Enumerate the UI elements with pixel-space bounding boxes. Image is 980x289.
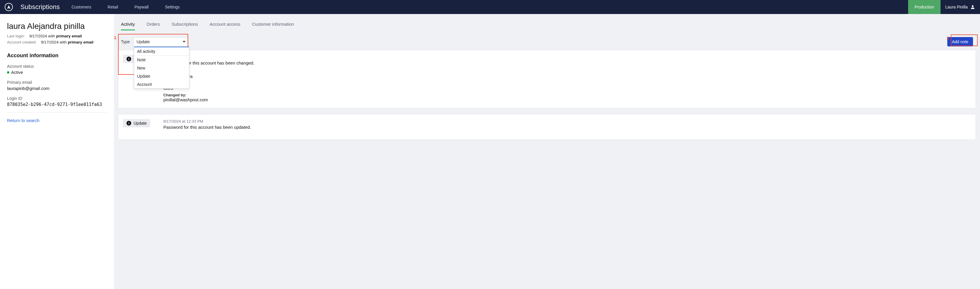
app-logo-glyph-icon [6, 5, 11, 10]
account-status-label: Account status [7, 64, 107, 68]
primary-email-label: Primary email [7, 80, 107, 85]
account-created-row: Account created: 9/17/2024 with primary … [7, 40, 107, 44]
activity-card: i Update 9/17/2024 at 12:33 PM Password … [118, 114, 976, 140]
activity-headline-rest: for this account has been changed. [185, 60, 255, 65]
type-option-note[interactable]: Note [134, 56, 189, 64]
activity-type-text: Update [134, 121, 147, 125]
activity-card: i Update at 12:40 PM information for thi… [118, 50, 976, 108]
main-content: Activity Orders Subscriptions Account ac… [114, 14, 980, 289]
account-status-text: Active [11, 70, 23, 75]
type-option-all-activity[interactable]: All activity [134, 47, 189, 56]
return-to-search-link[interactable]: Return to search [7, 118, 107, 123]
last-login-label: Last login: [7, 34, 25, 38]
status-dot-icon [7, 71, 10, 73]
tab-orders[interactable]: Orders [147, 22, 160, 30]
tab-activity[interactable]: Activity [121, 22, 135, 30]
customer-sidebar: laura Alejandra pinilla Last login: 9/17… [0, 14, 114, 289]
changed-by-value: pinillal@washpost.com [163, 97, 255, 102]
type-filter-selected: Update [137, 40, 150, 44]
add-note-button[interactable]: Add note [947, 37, 973, 46]
svg-point-0 [972, 5, 974, 7]
nav-retail[interactable]: Retail [108, 5, 118, 10]
activity-feed: i Update at 12:40 PM information for thi… [114, 50, 980, 152]
info-icon: i [127, 57, 131, 61]
customer-name: laura Alejandra pinilla [7, 22, 107, 31]
type-filter-group: Type Update All activity Note New Update… [121, 37, 189, 46]
nav-paywall[interactable]: Paywall [134, 5, 148, 10]
activity-timestamp: 9/17/2024 at 12:33 PM [163, 119, 251, 124]
detail-tabs: Activity Orders Subscriptions Account ac… [119, 14, 980, 31]
user-icon [970, 5, 975, 10]
last-login-value: 9/17/2024 with [30, 34, 56, 38]
account-info-heading: Account information [7, 52, 107, 59]
info-icon: i [127, 121, 131, 125]
nav-settings[interactable]: Settings [165, 5, 180, 10]
app-title: Subscriptions [21, 3, 60, 11]
user-name: Laura Pinilla [945, 5, 968, 10]
tab-customer-information[interactable]: Customer information [252, 22, 294, 30]
environment-badge[interactable]: Production [908, 0, 940, 14]
login-id-value: 878035e2-b296-47cd-9271-9f1ee011fa63 [7, 102, 107, 107]
activity-headline: Password for this account has been updat… [163, 125, 251, 130]
primary-email-value: laurapinb@gmail.com [7, 86, 107, 91]
type-filter-dropdown: All activity Note New Update Account [134, 47, 189, 89]
type-filter-select[interactable]: Update [133, 37, 189, 46]
type-option-new[interactable]: New [134, 64, 189, 72]
user-menu[interactable]: Laura Pinilla [940, 0, 980, 14]
nav-customers[interactable]: Customers [72, 5, 91, 10]
account-status-value: Active [7, 70, 107, 75]
activity-type-badge: i Update [123, 119, 150, 127]
account-created-method: primary email [68, 40, 94, 44]
chevron-down-icon [183, 41, 186, 43]
account-created-value: 9/17/2024 with [41, 40, 68, 44]
type-option-account[interactable]: Account [134, 80, 189, 89]
account-created-label: Account created: [7, 40, 37, 44]
type-option-update[interactable]: Update [134, 72, 189, 80]
tab-account-access[interactable]: Account access [210, 22, 240, 30]
type-filter-label: Type [121, 40, 130, 44]
login-id-label: Login ID [7, 96, 107, 101]
top-nav: Subscriptions Customers Retail Paywall S… [0, 0, 980, 14]
app-logo[interactable] [5, 3, 13, 11]
changed-by-label: Changed by: [163, 93, 255, 97]
last-login-row: Last login: 9/17/2024 with primary email [7, 34, 107, 38]
tab-subscriptions[interactable]: Subscriptions [172, 22, 198, 30]
last-login-method: primary email [56, 34, 82, 38]
activity-filter-bar: Type Update All activity Note New Update… [114, 31, 980, 50]
